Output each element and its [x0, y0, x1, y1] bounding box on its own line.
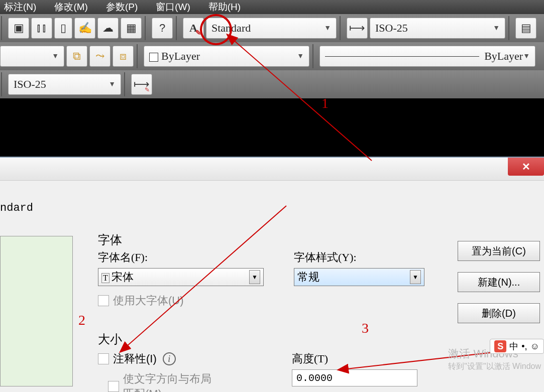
toolbar-separator: [176, 16, 180, 40]
tool-icon-2[interactable]: ⫿⫿: [31, 18, 52, 39]
dim-style-icon[interactable]: ⟼: [347, 18, 368, 39]
size-section-title: 大小: [98, 331, 434, 347]
bylayer-value: ByLayer: [149, 50, 200, 63]
menu-help[interactable]: 帮助(H): [208, 1, 241, 14]
dialog-button-column: 置为当前(C) 新建(N)... 删除(D): [458, 241, 540, 323]
toolbar-separator: [137, 44, 141, 68]
bigfont-label: 使用大字体(U): [113, 293, 184, 308]
dim-style-value: ISO-25: [375, 22, 408, 35]
ime-toolbar[interactable]: S 中 •, ☺: [490, 339, 544, 354]
tool-revcloud-icon[interactable]: ☁: [97, 18, 119, 39]
layer-props-icon[interactable]: ⧈: [113, 46, 134, 67]
font-style-combo[interactable]: 常规 ▼: [294, 268, 424, 286]
annotative-label: 注释性(I): [113, 351, 157, 366]
linetype-preview: [325, 56, 479, 57]
dim-style-dropdown-2[interactable]: ISO-25 ▼: [8, 74, 121, 95]
toolbar-separator: [340, 16, 344, 40]
height-label: 高度(T): [292, 351, 417, 366]
ime-cn[interactable]: 中: [509, 340, 518, 352]
dropdown-arrow-icon: ▼: [523, 52, 530, 60]
dialog-titlebar[interactable]: ✕: [0, 158, 544, 181]
dropdown-arrow-icon: ▼: [324, 24, 331, 32]
linetype-dropdown[interactable]: ByLayer ▼: [319, 46, 535, 67]
annotation-label-3: 3: [362, 320, 369, 336]
dropdown-arrow-icon: ▼: [108, 80, 116, 88]
bigfont-checkbox: [98, 295, 109, 306]
font-style-value: 常规: [297, 270, 319, 285]
text-style-dropdown[interactable]: Standard ▼: [206, 18, 337, 39]
annotation-label-1: 1: [321, 95, 329, 111]
dropdown-arrow-icon: ▼: [52, 52, 59, 60]
linetype-value: ByLayer: [484, 50, 523, 63]
delete-button[interactable]: 删除(D): [458, 303, 540, 323]
close-button[interactable]: ✕: [508, 158, 544, 176]
help-icon[interactable]: ?: [152, 18, 173, 39]
style-preview-box: [0, 236, 73, 386]
font-name-label: 字体名(F):: [98, 250, 264, 265]
menu-params[interactable]: 参数(P): [106, 1, 138, 14]
size-section: 大小 注释性(I) i 使文字方向与布局 匹配(M) 高度(T): [98, 331, 434, 392]
menubar: 标注(N) 修改(M) 参数(P) 窗口(W) 帮助(H): [0, 0, 544, 14]
match-orient-checkbox: [108, 381, 119, 392]
tool-icon-3[interactable]: ▯: [54, 18, 72, 39]
truetype-icon: T: [101, 273, 110, 283]
toolbar-separator: [124, 72, 128, 96]
set-current-button[interactable]: 置为当前(C): [458, 241, 540, 261]
dropdown-arrow-icon: ▼: [493, 24, 500, 32]
ime-punct[interactable]: •,: [521, 341, 527, 352]
text-style-icon[interactable]: A✎: [183, 18, 204, 39]
menu-annotate[interactable]: 标注(N): [4, 1, 36, 14]
ime-face-icon[interactable]: ☺: [530, 341, 539, 352]
menu-modify[interactable]: 修改(M): [54, 1, 87, 14]
font-name-value: 宋体: [112, 271, 134, 283]
dropdown-arrow-icon: ▼: [297, 52, 304, 60]
dim-update-icon[interactable]: ⟼✎: [131, 74, 152, 95]
toolbar-separator: [312, 44, 316, 68]
layer-import-icon[interactable]: ⤳: [89, 46, 111, 67]
height-input[interactable]: [292, 369, 417, 386]
toolbar-row-2: ▼ ⧉ ⤳ ⧈ ByLayer ▼ ByLayer ▼: [0, 42, 544, 70]
font-section: 字体 字体名(F): T宋体 ▼ 字体样式(Y): 常规 ▼ 使用大字体(U): [98, 232, 434, 308]
info-icon[interactable]: i: [163, 352, 176, 365]
watermark-line2: 转到"设置"以激活 Window: [448, 361, 541, 372]
font-name-combo[interactable]: T宋体 ▼: [98, 268, 264, 286]
layer-stack-icon[interactable]: ⧉: [66, 46, 87, 67]
tool-table-icon[interactable]: ▦: [121, 18, 142, 39]
tool-icon-4[interactable]: ✍: [74, 18, 95, 39]
annotative-checkbox[interactable]: [98, 353, 109, 364]
layer-color-dropdown[interactable]: ByLayer ▼: [144, 46, 309, 67]
dim-style-dropdown[interactable]: ISO-25 ▼: [370, 18, 505, 39]
drawing-area[interactable]: [0, 98, 544, 157]
toolbar-separator: [1, 16, 5, 40]
dropdown-arrow-icon: ▼: [249, 270, 260, 284]
toolbar-separator: [1, 72, 5, 96]
color-dropdown[interactable]: ▼: [0, 46, 64, 67]
toolbar-separator: [508, 16, 512, 40]
match-orient-label-2: 匹配(M): [123, 386, 211, 392]
font-section-title: 字体: [98, 232, 434, 248]
match-orient-label-1: 使文字方向与布局: [123, 371, 211, 386]
tool-icon-end[interactable]: ▤: [515, 18, 536, 39]
dim-style-value-2: ISO-25: [14, 78, 46, 91]
menu-window[interactable]: 窗口(W): [156, 1, 190, 14]
ime-logo-icon: S: [494, 340, 506, 352]
style-name-partial: ndard: [0, 202, 33, 214]
font-style-label: 字体样式(Y):: [294, 250, 424, 265]
tool-icon-1[interactable]: ▣: [8, 18, 29, 39]
dropdown-arrow-icon: ▼: [410, 270, 421, 284]
new-button[interactable]: 新建(N)...: [458, 272, 540, 292]
toolbar-separator: [145, 16, 149, 40]
toolbar-row-3: ISO-25 ▼ ⟼✎: [0, 70, 544, 98]
text-style-value: Standard: [211, 22, 251, 35]
annotation-label-2: 2: [78, 312, 85, 328]
toolbar-row-1: ▣ ⫿⫿ ▯ ✍ ☁ ▦ ? A✎ Standard ▼ ⟼ ISO-25 ▼ …: [0, 14, 544, 42]
